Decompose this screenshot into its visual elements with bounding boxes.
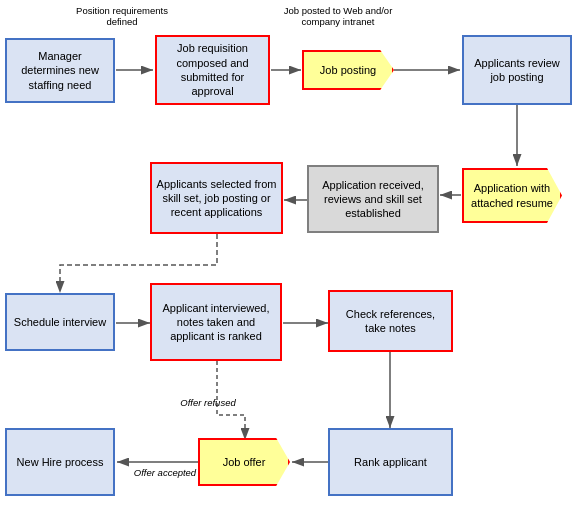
node-manager: Manager determines new staffing need — [5, 38, 115, 103]
node-application-received: Application received, reviews and skill … — [307, 165, 439, 233]
node-check-references: Check references, take notes — [328, 290, 453, 352]
label-offer-refused: Offer refused — [168, 397, 248, 408]
diagram: Position requirements defined Job posted… — [0, 0, 577, 509]
node-applicants-selected: Applicants selected from skill set, job … — [150, 162, 283, 234]
label-job-posted: Job posted to Web and/or company intrane… — [278, 5, 398, 28]
node-schedule-interview: Schedule interview — [5, 293, 115, 351]
node-application-resume: Application with attached resume — [462, 168, 562, 223]
node-requisition: Job requisition composed and submitted f… — [155, 35, 270, 105]
node-rank-applicant: Rank applicant — [328, 428, 453, 496]
node-applicants-review: Applicants review job posting — [462, 35, 572, 105]
node-new-hire: New Hire process — [5, 428, 115, 496]
node-job-posting: Job posting — [302, 50, 394, 90]
node-applicant-interviewed: Applicant interviewed, notes taken and a… — [150, 283, 282, 361]
label-position-requirements: Position requirements defined — [72, 5, 172, 28]
label-offer-accepted: Offer accepted — [125, 467, 205, 478]
node-job-offer: Job offer — [198, 438, 290, 486]
